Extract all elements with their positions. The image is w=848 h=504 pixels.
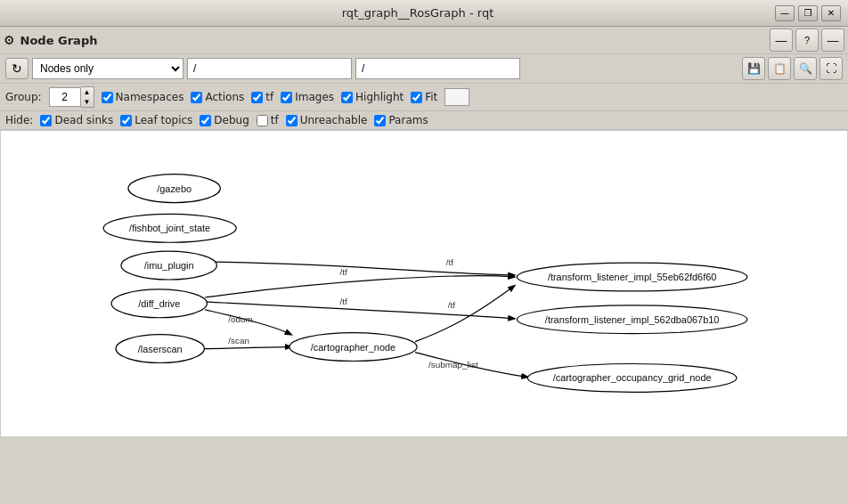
window-controls: — ❐ ✕ [775,5,841,21]
highlight-checkbox-group: Highlight [341,91,404,103]
fit-checkbox-group: Fit [411,91,437,103]
node-cartographer-label: /cartographer_node [311,342,395,353]
namespaces-label: Namespaces [116,91,184,103]
info-button[interactable]: ? [795,28,819,52]
highlight-checkbox[interactable] [341,92,353,103]
debug-label: Debug [214,114,249,126]
fit-label: Fit [425,91,437,103]
node-gazebo-label: /gazebo [157,183,192,194]
fullscreen-button[interactable]: ⛶ [819,57,843,80]
copy-button[interactable]: 📋 [768,57,791,80]
namespaces-checkbox-group: Namespaces [102,91,184,103]
edge-label-tf3: /tf [446,257,454,267]
toolbar-row: ↻ Nodes only Nodes/Topics (active) Nodes… [0,54,848,84]
help-button[interactable]: — [770,28,793,52]
right-buttons: — ? — [770,28,844,52]
actions-label: Actions [205,91,244,103]
tf-label: tf [265,91,273,103]
group-label: Group: [5,91,42,103]
leaf-topics-label: Leaf topics [135,114,192,126]
edge-label-tf1: /tf [340,267,348,277]
graph-svg: /tf /tf /tf /odom /scan /tf /submap_list… [1,131,847,436]
images-checkbox-group: Images [281,91,334,103]
edge-label-scan: /scan [228,336,249,345]
spinbox-down[interactable]: ▼ [81,97,94,107]
title-bar: rqt_graph__RosGraph - rqt — ❐ ✕ [0,0,848,27]
edge-imu-transform1 [215,262,514,275]
window-title: rqt_graph__RosGraph - rqt [61,6,775,20]
params-checkbox[interactable] [374,115,386,126]
tf2-checkbox-group: tf [257,114,279,126]
graph-type-dropdown[interactable]: Nodes only Nodes/Topics (active) Nodes/T… [32,58,183,79]
close-button[interactable]: ✕ [821,5,841,21]
restore-button[interactable]: ❐ [798,5,818,21]
node-imu-label: /imu_plugin [144,260,194,271]
leaf-topics-checkbox-group: Leaf topics [120,114,192,126]
group-spinbox[interactable]: ▲ ▼ [49,86,94,108]
node-cart-occ-label: /cartographer_occupancy_grid_node [553,372,712,383]
minimize-button[interactable]: — [775,5,795,21]
node-transform2-label: /transform_listener_impl_562dba067b10 [545,314,720,325]
leaf-topics-checkbox[interactable] [120,115,132,126]
toolbar-right-buttons: 💾 📋 🔍 ⛶ [742,57,843,80]
edge-label-tf2: /tf [340,297,348,306]
edge-label-submap: /submap_list [428,360,478,370]
images-checkbox[interactable] [281,92,292,103]
zoom-button[interactable]: 🔍 [794,57,817,80]
node-laserscan-label: /laserscan [138,344,183,354]
unreachable-checkbox[interactable] [286,115,298,126]
options-row: Group: ▲ ▼ Namespaces Actions tf Images … [0,84,848,111]
tf2-label: tf [271,114,279,126]
images-label: Images [295,91,334,103]
plugin-bar: ⚙ Node Graph — ? — [0,27,848,54]
fit-checkbox[interactable] [411,92,422,103]
save-button[interactable]: 💾 [742,57,765,80]
params-label: Params [388,114,428,126]
plugin-title: Node Graph [20,34,98,47]
tf-checkbox[interactable] [251,92,263,103]
node-diff-drive-label: /diff_drive [138,298,180,309]
filter1-input[interactable] [187,58,352,79]
color-swatch[interactable] [444,88,469,106]
unreachable-label: Unreachable [300,114,368,126]
plugin-icon: ⚙ [4,33,15,47]
graph-area[interactable]: /tf /tf /tf /odom /scan /tf /submap_list… [0,130,848,437]
dead-sinks-label: Dead sinks [54,114,113,126]
actions-checkbox-group: Actions [191,91,244,103]
edge-diff-transform1 [205,276,514,297]
actions-checkbox[interactable] [191,92,202,103]
params-checkbox-group: Params [374,114,428,126]
debug-checkbox[interactable] [200,115,211,126]
tf-checkbox-group: tf [251,91,273,103]
namespaces-checkbox[interactable] [102,92,113,103]
group-spinbox-input[interactable] [49,87,81,107]
spinbox-up[interactable]: ▲ [81,87,94,97]
dead-sinks-checkbox[interactable] [40,115,52,126]
edge-label-tf4: /tf [448,300,456,310]
minus-button[interactable]: — [821,28,844,52]
node-transform1-label: /transform_listener_impl_55eb62fd6f60 [548,272,716,282]
edge-laser-cart [204,347,290,349]
debug-checkbox-group: Debug [200,114,249,126]
unreachable-checkbox-group: Unreachable [286,114,368,126]
hide-label: Hide: [5,114,33,126]
refresh-button[interactable]: ↻ [5,58,29,79]
hide-row: Hide: Dead sinks Leaf topics Debug tf Un… [0,111,848,130]
tf2-checkbox[interactable] [257,115,268,126]
dead-sinks-checkbox-group: Dead sinks [40,114,113,126]
highlight-label: Highlight [355,91,404,103]
edge-label-odom: /odom [228,314,253,324]
node-fishbot-label: /fishbot_joint_state [129,223,210,233]
filter2-input[interactable] [355,58,520,79]
